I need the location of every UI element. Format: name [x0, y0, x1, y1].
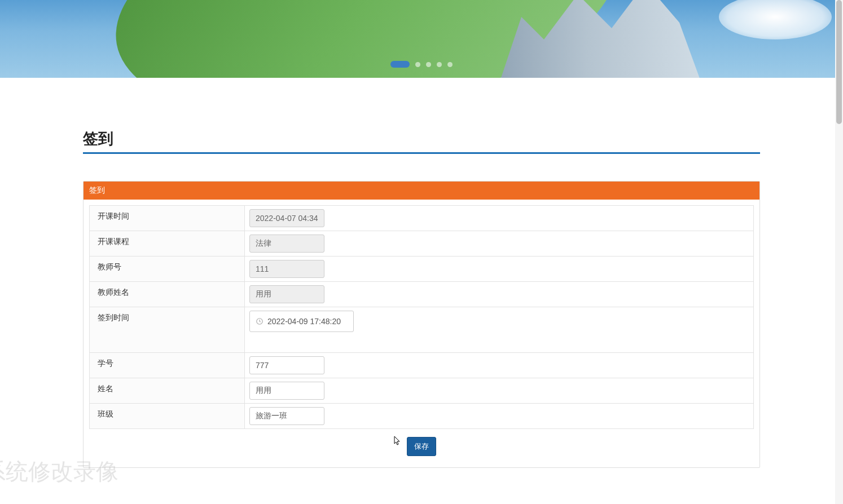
panel-header: 签到: [84, 182, 759, 200]
label-sign-time: 签到时间: [90, 307, 245, 353]
label-class: 班级: [90, 404, 245, 429]
input-teacher-no: [249, 260, 324, 278]
row-teacher-no: 教师号: [90, 257, 754, 282]
carousel-indicators: [390, 61, 453, 68]
input-student-name[interactable]: [249, 382, 324, 400]
scrollbar-thumb[interactable]: [836, 0, 842, 124]
label-student-name: 姓名: [90, 378, 245, 404]
label-teacher-no: 教师号: [90, 257, 245, 282]
input-start-time: [249, 209, 324, 227]
input-teacher-name: [249, 285, 324, 303]
form-table: 开课时间 开课课程 教师号: [89, 205, 754, 429]
title-underline: [83, 152, 760, 154]
scrollbar-track[interactable]: [835, 0, 843, 502]
row-student-no: 学号: [90, 353, 754, 378]
input-student-no[interactable]: [249, 356, 324, 374]
row-teacher-name: 教师姓名: [90, 282, 754, 307]
carousel-dot-3[interactable]: [426, 62, 431, 67]
label-course: 开课课程: [90, 231, 245, 257]
banner-decoration-cloud: [719, 0, 832, 39]
panel-body: 开课时间 开课课程 教师号: [84, 200, 759, 467]
carousel-dot-1[interactable]: [390, 61, 410, 68]
label-teacher-name: 教师姓名: [90, 282, 245, 307]
label-start-time: 开课时间: [90, 206, 245, 231]
row-sign-time: 签到时间: [90, 307, 754, 353]
input-course: [249, 235, 324, 253]
carousel-dot-5[interactable]: [447, 62, 453, 67]
content: 签到 签到 开课时间 开课课程 教师号: [83, 78, 760, 502]
sign-time-wrapper[interactable]: [249, 311, 354, 332]
row-course: 开课课程: [90, 231, 754, 257]
page-title: 签到: [83, 129, 760, 152]
carousel-dot-2[interactable]: [415, 62, 420, 67]
banner: [0, 0, 843, 78]
clock-icon: [256, 317, 264, 325]
input-sign-time[interactable]: [267, 312, 352, 330]
row-start-time: 开课时间: [90, 206, 754, 231]
signin-panel: 签到 开课时间 开课课程 教师号: [83, 181, 760, 468]
row-class: 班级: [90, 404, 754, 429]
row-student-name: 姓名: [90, 378, 754, 404]
save-button[interactable]: 保存: [407, 437, 436, 456]
input-class[interactable]: [249, 407, 324, 425]
label-student-no: 学号: [90, 353, 245, 378]
action-row: 保存: [89, 437, 754, 456]
carousel-dot-4[interactable]: [437, 62, 442, 67]
